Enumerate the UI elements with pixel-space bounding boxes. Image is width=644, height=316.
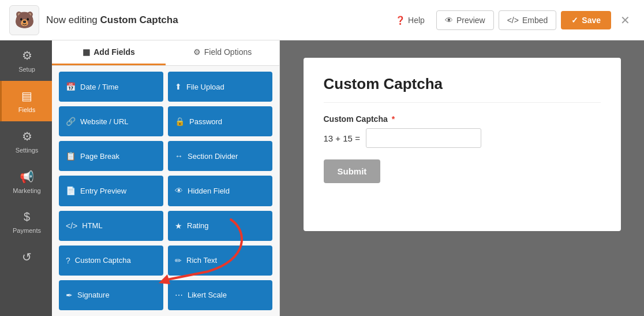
header-title: Now editing Custom Captcha: [46, 14, 178, 26]
sidebar-nav: ⚙ Setup ▤ Fields ⚙ Settings 📢 Marketing …: [0, 40, 52, 316]
field-button-rating[interactable]: ★ Rating: [168, 211, 272, 241]
captcha-icon: ?: [66, 256, 70, 265]
payments-icon: $: [24, 210, 30, 224]
captcha-row: 13 + 15 =: [324, 128, 601, 148]
history-icon: ↺: [22, 250, 32, 264]
sidebar-item-label: Payments: [13, 227, 41, 234]
star-icon: ★: [175, 221, 182, 231]
submit-button[interactable]: Submit: [324, 159, 381, 183]
likert-icon: ⋯: [175, 291, 183, 300]
panel-tabs: ▦ Add Fields ⚙ Field Options: [52, 40, 279, 66]
divider-icon: ↔: [175, 151, 183, 161]
field-button-website-url[interactable]: 🔗 Website / URL: [59, 106, 163, 136]
field-button-signature[interactable]: ✒ Signature: [59, 280, 163, 310]
embed-button[interactable]: </> Embed: [499, 10, 557, 30]
field-button-html[interactable]: </> HTML: [59, 211, 163, 241]
sidebar-item-marketing[interactable]: 📢 Marketing: [0, 162, 52, 202]
sidebar-item-label: Settings: [16, 147, 39, 154]
sidebar-item-label: Marketing: [13, 187, 40, 194]
app-header: 🐻 Now editing Custom Captcha ❓ Help 👁 Pr…: [0, 0, 644, 40]
preview-button[interactable]: 👁 Preview: [436, 10, 494, 30]
sidebar-item-label: Setup: [18, 66, 35, 73]
help-button[interactable]: ❓ Help: [388, 11, 432, 29]
fields-grid: 📅 Date / Time ⬆ File Upload 🔗 Website / …: [52, 66, 279, 316]
field-button-section-divider[interactable]: ↔ Section Divider: [168, 141, 272, 171]
field-button-page-break[interactable]: 📋 Page Break: [59, 141, 163, 171]
sidebar-item-setup[interactable]: ⚙ Setup: [0, 40, 52, 81]
main-content: ⚙ Setup ▤ Fields ⚙ Settings 📢 Marketing …: [0, 40, 644, 316]
required-indicator: *: [392, 114, 395, 124]
sidebar-item-history[interactable]: ↺: [0, 242, 52, 272]
sliders-icon: ⚙: [193, 47, 201, 57]
check-icon: ✓: [571, 16, 578, 25]
document-icon: 📄: [66, 186, 76, 195]
field-button-entry-preview[interactable]: 📄 Entry Preview: [59, 176, 163, 206]
sidebar-item-settings[interactable]: ⚙ Settings: [0, 121, 52, 162]
settings-icon: ⚙: [22, 129, 32, 143]
grid-icon: ▦: [83, 47, 90, 57]
link-icon: 🔗: [66, 117, 76, 126]
form-field-captcha: Custom Captcha * 13 + 15 =: [324, 114, 601, 148]
question-icon: ❓: [395, 16, 405, 25]
tab-add-fields[interactable]: ▦ Add Fields: [52, 40, 166, 65]
header-right: ❓ Help 👁 Preview </> Embed ✓ Save ✕: [388, 9, 635, 32]
fields-icon: ▤: [21, 89, 32, 103]
save-button[interactable]: ✓ Save: [561, 11, 611, 29]
header-left: 🐻 Now editing Custom Captcha: [9, 5, 178, 35]
fields-panel: ▦ Add Fields ⚙ Field Options 📅 Date / Ti…: [52, 40, 280, 316]
upload-icon: ⬆: [175, 82, 182, 91]
code-icon: </>: [507, 16, 519, 25]
calendar-icon: 📅: [66, 82, 76, 91]
field-button-custom-captcha[interactable]: ? Custom Captcha: [59, 246, 163, 276]
form-title: Custom Captcha: [324, 75, 601, 103]
edit-icon: ✏: [175, 256, 182, 265]
marketing-icon: 📢: [20, 170, 34, 184]
field-button-hidden-field[interactable]: 👁 Hidden Field: [168, 176, 272, 206]
page-break-icon: 📋: [66, 151, 76, 161]
submit-section: Submit: [324, 159, 601, 183]
eye-icon: 👁: [445, 16, 453, 25]
signature-icon: ✒: [66, 291, 73, 300]
tab-field-options[interactable]: ⚙ Field Options: [166, 40, 279, 65]
captcha-input[interactable]: [366, 128, 481, 148]
preview-area: Custom Captcha Custom Captcha * 13 + 15 …: [280, 40, 644, 316]
close-button[interactable]: ✕: [616, 9, 635, 32]
field-button-date-time[interactable]: 📅 Date / Time: [59, 72, 163, 102]
eye-hidden-icon: 👁: [175, 186, 183, 195]
sidebar-item-fields[interactable]: ▤ Fields: [0, 81, 52, 121]
field-button-rich-text[interactable]: ✏ Rich Text: [168, 246, 272, 276]
lock-icon: 🔒: [175, 117, 185, 126]
logo: 🐻: [9, 5, 39, 35]
sidebar-item-payments[interactable]: $ Payments: [0, 202, 52, 242]
field-button-file-upload[interactable]: ⬆ File Upload: [168, 72, 272, 102]
html-icon: </>: [66, 221, 77, 231]
field-button-password[interactable]: 🔒 Password: [168, 106, 272, 136]
field-label: Custom Captcha *: [324, 114, 601, 124]
field-button-likert-scale[interactable]: ⋯ Likert Scale: [168, 280, 272, 310]
captcha-equation: 13 + 15 =: [324, 133, 360, 143]
sidebar-item-label: Fields: [18, 106, 35, 113]
close-icon: ✕: [620, 14, 630, 27]
setup-icon: ⚙: [22, 49, 32, 62]
form-card: Custom Captcha Custom Captcha * 13 + 15 …: [304, 58, 621, 231]
